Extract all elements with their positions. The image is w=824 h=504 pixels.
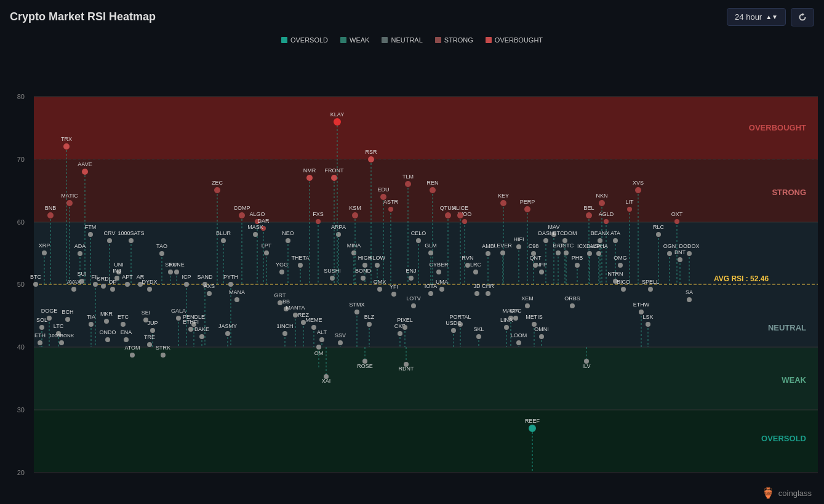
svg-point-221 xyxy=(377,287,382,292)
svg-text:KEY: KEY xyxy=(498,193,509,199)
svg-point-187 xyxy=(316,345,321,350)
svg-text:GLM: GLM xyxy=(425,242,437,249)
svg-text:CELO: CELO xyxy=(411,230,426,236)
svg-text:YFI: YFI xyxy=(390,284,398,290)
svg-text:LEVER: LEVER xyxy=(494,242,512,249)
svg-point-219 xyxy=(361,276,366,281)
y-label-40: 40 xyxy=(17,343,25,351)
legend-neutral: NEUTRAL xyxy=(382,36,422,44)
svg-text:OM: OM xyxy=(314,350,324,356)
svg-text:ATOM: ATOM xyxy=(124,345,140,351)
svg-point-278 xyxy=(411,303,416,308)
svg-point-164 xyxy=(278,300,282,305)
refresh-button[interactable] xyxy=(791,8,814,26)
svg-text:ICP: ICP xyxy=(182,274,191,280)
svg-text:FTM: FTM xyxy=(85,224,97,230)
svg-text:LOTV: LOTV xyxy=(406,295,421,302)
svg-point-259 xyxy=(428,250,433,255)
svg-text:BCH: BCH xyxy=(62,309,73,315)
svg-text:XAI: XAI xyxy=(322,378,331,384)
svg-text:ENJ: ENJ xyxy=(406,268,416,274)
svg-text:LRC: LRC xyxy=(470,262,482,268)
strong-zone xyxy=(34,159,818,222)
svg-point-406 xyxy=(646,322,650,327)
svg-text:QNT: QNT xyxy=(530,255,542,261)
svg-point-256 xyxy=(416,238,421,243)
svg-point-403 xyxy=(648,287,653,292)
y-label-20: 20 xyxy=(17,469,25,476)
y-label-60: 60 xyxy=(17,218,25,226)
strong-label: STRONG xyxy=(444,36,473,44)
y-label-80: 80 xyxy=(17,93,25,100)
svg-point-253 xyxy=(462,219,467,224)
svg-text:SSV: SSV xyxy=(335,332,346,338)
svg-point-60 xyxy=(184,282,189,287)
svg-text:COMP: COMP xyxy=(234,205,250,211)
svg-point-184 xyxy=(338,340,343,345)
svg-text:BOND: BOND xyxy=(355,268,372,274)
svg-point-7 xyxy=(47,212,54,218)
svg-text:TAO: TAO xyxy=(156,243,167,249)
svg-text:OP: OP xyxy=(108,279,116,285)
svg-point-315 xyxy=(533,263,538,268)
svg-point-342 xyxy=(556,250,561,255)
svg-point-350 xyxy=(570,303,575,308)
strong-zone-label: STRONG xyxy=(772,188,806,197)
svg-point-132 xyxy=(38,340,42,345)
svg-point-144 xyxy=(130,353,135,358)
svg-text:KSM: KSM xyxy=(349,205,361,211)
coinglass-label: coinglass xyxy=(778,489,812,498)
svg-text:PYTH: PYTH xyxy=(223,274,238,280)
svg-point-25 xyxy=(42,250,47,255)
coinglass-icon: 🏺 xyxy=(761,486,775,500)
svg-point-362 xyxy=(598,238,602,243)
svg-text:RSR: RSR xyxy=(365,149,377,155)
page-title: Crypto Market RSI Heatmap xyxy=(10,10,156,23)
svg-text:ADA: ADA xyxy=(74,243,86,249)
time-selector[interactable]: 24 hour ▲▼ xyxy=(727,8,786,26)
svg-point-305 xyxy=(500,250,505,255)
svg-text:BLUR: BLUR xyxy=(216,230,231,236)
weak-zone xyxy=(34,348,818,410)
svg-text:SEI: SEI xyxy=(142,310,151,316)
svg-point-72 xyxy=(221,238,226,243)
svg-point-293 xyxy=(504,325,509,330)
svg-text:TRX: TRX xyxy=(61,136,72,142)
svg-text:OXT: OXT xyxy=(671,211,683,217)
svg-point-43 xyxy=(125,282,130,287)
svg-point-123 xyxy=(47,316,52,321)
overbought-zone xyxy=(34,97,818,159)
svg-point-181 xyxy=(319,337,324,342)
svg-point-146 xyxy=(161,353,166,358)
header: Crypto Market RSI Heatmap 24 hour ▲▼ xyxy=(0,0,824,34)
strong-color-dot xyxy=(435,37,441,43)
svg-text:REN: REN xyxy=(426,180,438,186)
oversold-color-dot xyxy=(281,37,287,43)
svg-point-57 xyxy=(214,187,220,193)
svg-text:SUI: SUI xyxy=(77,271,86,277)
svg-point-202 xyxy=(336,232,341,237)
svg-text:ALT: ALT xyxy=(317,329,327,335)
svg-text:SPELL: SPELL xyxy=(642,279,659,285)
svg-point-229 xyxy=(367,322,372,327)
svg-text:FXS: FXS xyxy=(313,211,324,217)
chart-svg: 80 70 60 50 40 30 20 OVERBOUGHT STRONG N… xyxy=(0,47,824,504)
svg-point-389 xyxy=(674,219,679,224)
svg-text:ETH: ETH xyxy=(34,332,46,338)
svg-text:BEANX: BEANX xyxy=(591,230,610,236)
svg-text:ROSE: ROSE xyxy=(357,363,373,369)
svg-point-111 xyxy=(199,334,204,339)
svg-point-199 xyxy=(316,219,321,224)
svg-text:JASMY: JASMY xyxy=(218,323,237,329)
refresh-icon xyxy=(798,12,807,22)
svg-point-368 xyxy=(613,238,618,243)
svg-point-299 xyxy=(516,244,521,249)
svg-text:STRK: STRK xyxy=(156,345,170,351)
y-label-70: 70 xyxy=(17,156,25,163)
svg-point-226 xyxy=(354,310,359,314)
svg-point-90 xyxy=(234,297,239,302)
oversold-zone-label: OVERSOLD xyxy=(761,434,806,443)
svg-text:AMB: AMB xyxy=(482,243,494,249)
svg-point-353 xyxy=(599,200,605,206)
svg-text:TIA: TIA xyxy=(87,314,95,320)
